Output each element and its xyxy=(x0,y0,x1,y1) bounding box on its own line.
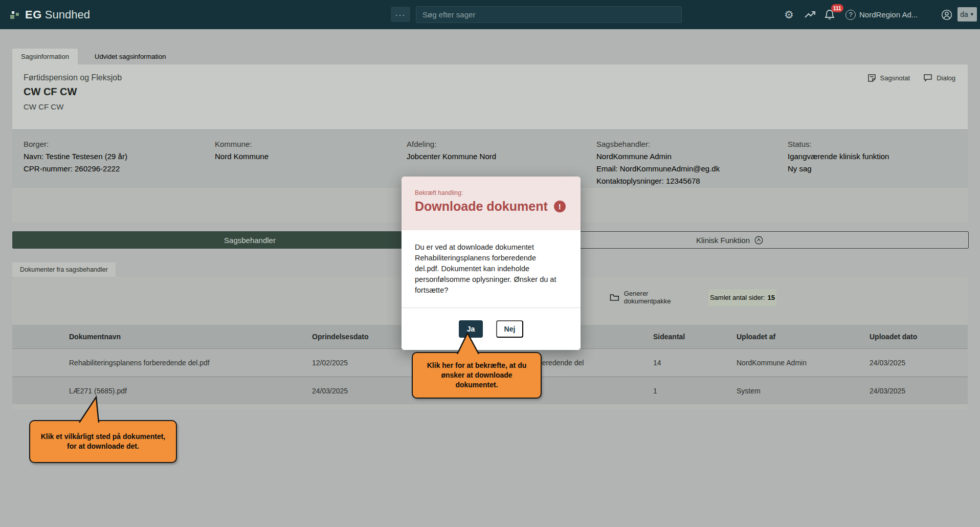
col-uploadet-af[interactable]: Uploadet af xyxy=(737,333,870,341)
info-status: Status: Igangværende klinisk funktion Ny… xyxy=(788,138,889,175)
search-input[interactable] xyxy=(422,10,675,19)
cell-pages: 1 xyxy=(653,387,737,395)
case-title: CW CF CW xyxy=(24,86,77,98)
cancel-nej-button[interactable]: Nej xyxy=(496,320,523,338)
case-search xyxy=(416,6,682,23)
callout-arrow-up-icon xyxy=(452,333,484,354)
case-title-panel: Førtidspension og Fleksjob CW CF CW CW C… xyxy=(12,64,968,129)
cell-uploaded-date: 24/03/2025 xyxy=(870,359,968,367)
info-afdeling: Afdeling: Jobcenter Kommune Nord xyxy=(407,138,496,163)
cell-pages: 14 xyxy=(653,359,737,367)
circle-caret-icon xyxy=(754,236,763,245)
info-borger: Borger: Navn: Testine Testesen (29 år) C… xyxy=(24,138,127,175)
klinisk-funktion-label: Klinisk Funktion xyxy=(696,236,750,245)
tab-udvidet-sagsinformation[interactable]: Udvidet sagsinformation xyxy=(86,49,174,64)
eg-squares-icon xyxy=(10,10,20,20)
tab-dokumenter-fra-sagsbehandler[interactable]: Dokumenter fra sagsbehandler xyxy=(12,262,116,277)
note-icon xyxy=(867,74,876,82)
language-selector[interactable]: da ▼ xyxy=(957,7,977,21)
cell-document-name: Rehabiliteringsplanens forberedende del.… xyxy=(69,359,312,367)
statistics-trend-icon[interactable] xyxy=(804,0,816,29)
cell-uploaded-by: System xyxy=(737,387,870,395)
case-subtitle: CW CF CW xyxy=(24,102,63,111)
brand-product: Sundhed xyxy=(45,8,90,21)
help-icon[interactable]: ? xyxy=(845,0,856,29)
top-bar: EG Sundhed ··· ⚙ 111 ? NordRegion Ad... … xyxy=(0,0,980,29)
generer-label: Generer dokumentpakke xyxy=(624,290,696,305)
tab-sagsinformation[interactable]: Sagsinformation xyxy=(12,49,78,64)
user-avatar-icon[interactable] xyxy=(941,0,952,29)
modal-header: Bekræft handling: Downloade dokument ! xyxy=(402,177,581,230)
app-root: EG Sundhed ··· ⚙ 111 ? NordRegion Ad... … xyxy=(0,0,980,527)
callout-click-document: Klik et vilkårligt sted på dokumentet, f… xyxy=(29,420,177,463)
confirm-download-modal: Bekræft handling: Downloade dokument ! D… xyxy=(402,177,581,350)
info-kommune: Kommune: Nord Kommune xyxy=(215,138,269,163)
modal-kicker: Bekræft handling: xyxy=(415,189,463,196)
sagsnotat-button[interactable]: Sagsnotat xyxy=(867,74,910,82)
dialog-label: Dialog xyxy=(937,74,955,82)
modal-message: Du er ved at downloade dokumentet Rehabi… xyxy=(415,242,562,296)
language-code: da xyxy=(960,10,968,18)
total-pages-value: 15 xyxy=(768,294,775,301)
settings-gear-icon[interactable]: ⚙ xyxy=(784,0,794,29)
dialog-button[interactable]: Dialog xyxy=(923,74,955,82)
more-options-button[interactable]: ··· xyxy=(391,7,410,22)
case-category: Førtidspension og Fleksjob xyxy=(24,73,122,82)
brand-logo[interactable]: EG Sundhed xyxy=(10,0,90,29)
speech-bubble-icon xyxy=(923,74,932,82)
info-sagsbehandler: Sagsbehandler: NordKommune Admin Email: … xyxy=(596,138,720,187)
total-pages-badge: Samlet antal sider: 15 xyxy=(708,289,776,306)
col-sideantal[interactable]: Sideantal xyxy=(653,333,737,341)
modal-title: Downloade dokument xyxy=(415,199,548,214)
brand-eg: EG xyxy=(25,8,42,21)
chevron-down-icon: ▼ xyxy=(970,12,974,17)
modal-footer: Ja Nej xyxy=(402,308,581,350)
notification-count-badge: 111 xyxy=(831,4,843,12)
generer-dokumentpakke-button[interactable]: Generer dokumentpakke xyxy=(610,288,696,307)
folder-icon xyxy=(610,294,619,301)
modal-body: Du er ved at downloade dokumentet Rehabi… xyxy=(402,230,581,308)
alert-exclamation-icon: ! xyxy=(554,201,566,212)
callout-arrow-up-icon xyxy=(72,394,113,423)
callout-confirm-download: Klik her for at bekræfte, at du ønsker a… xyxy=(412,352,542,399)
account-name[interactable]: NordRegion Ad... xyxy=(859,0,918,29)
cell-uploaded-date: 24/03/2025 xyxy=(870,387,968,395)
sagsnotat-label: Sagsnotat xyxy=(880,74,910,82)
cell-uploaded-by: NordKommune Admin xyxy=(737,359,870,367)
col-uploadet-dato[interactable]: Uploadet dato xyxy=(870,333,968,341)
col-dokumentnavn[interactable]: Dokumentnavn xyxy=(69,333,312,341)
